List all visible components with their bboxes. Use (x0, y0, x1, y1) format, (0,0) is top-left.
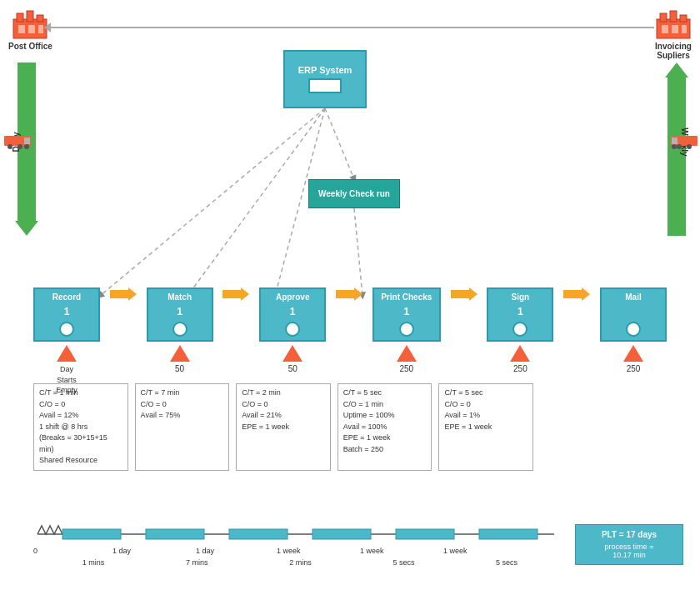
svg-rect-19 (4, 136, 24, 146)
svg-rect-15 (680, 15, 687, 22)
process-record: Record 1 DayStartsEmpty (33, 288, 100, 396)
info-sign-line4: EPE = 1 week (444, 422, 528, 433)
info-sign-line2: C/O = 0 (444, 399, 528, 411)
tl-1week-1: 1 week (277, 547, 301, 555)
arrow-approve-print (336, 288, 362, 301)
weekly-check-label: Weekly Check run (318, 189, 390, 198)
info-match-line1: C/T = 7 min (141, 388, 224, 399)
svg-point-29 (672, 144, 677, 149)
timeline: 0 1 day 1 day 1 week 1 week 1 week (33, 524, 558, 548)
diagram-container: Post Office Invoicing Supliers ERP Syste… (0, 0, 700, 590)
info-approve: C/T = 2 min C/O = 0 Avail = 21% EPE = 1 … (236, 383, 331, 471)
process-time-label: process time =10.17 min (581, 542, 678, 559)
mail-circle (626, 322, 641, 337)
sign-circle (512, 322, 528, 337)
svg-point-21 (8, 144, 12, 149)
approve-num-below: 50 (288, 364, 298, 373)
mail-title: Mail (625, 292, 641, 302)
plt-box: PLT = 17 days process time =10.17 min (575, 524, 683, 565)
arrow-tip (582, 288, 590, 301)
svg-rect-6 (17, 13, 23, 22)
arrow-tip (354, 288, 362, 301)
factory-left-label: Post Office (8, 42, 52, 51)
weekly-arrow-tip (665, 62, 688, 78)
svg-rect-32 (62, 529, 121, 539)
svg-rect-24 (24, 138, 30, 144)
weekly-check-box: Weekly Check run (308, 179, 400, 208)
info-print-line5: EPE = 1 week (343, 432, 427, 444)
arrow-tip (241, 288, 249, 301)
info-sign-line3: Avail = 1% (444, 410, 528, 422)
time-1: 1 mins (82, 558, 105, 567)
info-record-line5: (Breaks = 30+15+15 min) (39, 432, 122, 455)
process-sign-box: Sign 1 (487, 288, 553, 342)
svg-rect-7 (27, 11, 33, 22)
svg-point-22 (18, 144, 22, 149)
match-circle (172, 322, 188, 337)
tl-1week-3: 1 week (443, 547, 468, 555)
match-num-below: 50 (175, 364, 184, 373)
print-title: Print Checks (381, 292, 432, 302)
factory-right: Invoicing Supliers (655, 7, 692, 60)
truck-left-icon (4, 129, 31, 151)
info-print-line6: Batch = 250 (343, 444, 427, 456)
svg-point-28 (687, 144, 692, 149)
arrow-tip (128, 288, 137, 301)
info-boxes-row: C/T = 1 min C/O = 0 Avail = 12% 1 shift … (33, 383, 533, 471)
info-match-line2: C/O = 0 (141, 399, 224, 411)
svg-rect-37 (479, 529, 538, 539)
svg-rect-25 (678, 136, 698, 146)
mail-warning (623, 345, 643, 362)
time-2: 7 mins (186, 558, 208, 567)
info-approve-line4: EPE = 1 week (242, 422, 325, 433)
arrow-body (222, 290, 241, 298)
process-record-box: Record 1 (33, 288, 100, 342)
arrow-body (563, 290, 582, 298)
arrow-sign-mail (563, 288, 590, 301)
approve-circle (285, 322, 300, 337)
approve-warning (282, 345, 302, 362)
svg-rect-18 (682, 25, 687, 33)
sign-warning (510, 345, 530, 362)
erp-sub-box (308, 78, 342, 93)
svg-rect-34 (229, 529, 288, 539)
info-record-line3: Avail = 12% (39, 410, 122, 422)
arrow-body (451, 290, 469, 298)
time-row: 1 mins 7 mins 2 mins 5 secs 5 secs (42, 558, 558, 567)
erp-system-box: ERP System (283, 50, 367, 108)
svg-rect-33 (146, 529, 204, 539)
print-circle (399, 322, 414, 337)
svg-rect-14 (670, 11, 677, 22)
info-print: C/T = 5 sec C/O = 1 min Uptime = 100% Av… (338, 383, 432, 471)
weekly-arrow-line (668, 78, 686, 236)
time-3: 2 mins (289, 558, 312, 567)
top-line-arrow (44, 22, 51, 32)
info-match-line3: Avail = 75% (141, 410, 224, 422)
svg-line-1 (188, 108, 325, 296)
process-print-box: Print Checks 1 (372, 288, 441, 342)
info-print-line3: Uptime = 100% (343, 410, 427, 422)
tl-1day-1: 1 day (112, 547, 131, 555)
info-record-line4: 1 shift @ 8 hrs (39, 422, 122, 433)
info-record-line6: Shared Resource (39, 455, 122, 467)
arrow-body (336, 290, 354, 298)
mail-num-below: 250 (627, 364, 641, 373)
svg-rect-30 (672, 138, 678, 144)
svg-line-4 (354, 208, 362, 296)
info-print-line4: Avail = 100% (343, 422, 427, 433)
arrow-body (110, 290, 128, 298)
record-num: 1 (64, 306, 70, 318)
info-approve-line2: C/O = 0 (242, 399, 325, 411)
arrow-print-sign (451, 288, 478, 301)
info-sign: C/T = 5 sec C/O = 0 Avail = 1% EPE = 1 w… (438, 383, 533, 471)
match-warning (170, 345, 190, 362)
info-record-line2: C/O = 0 (39, 399, 122, 411)
svg-rect-35 (312, 529, 371, 539)
factory-right-icon (655, 7, 692, 40)
factory-right-label: Invoicing Supliers (655, 42, 692, 60)
approve-title: Approve (276, 292, 310, 302)
svg-rect-10 (28, 25, 35, 33)
erp-label: ERP System (298, 65, 352, 75)
print-num: 1 (403, 306, 409, 318)
arrow-record-match (110, 288, 137, 301)
